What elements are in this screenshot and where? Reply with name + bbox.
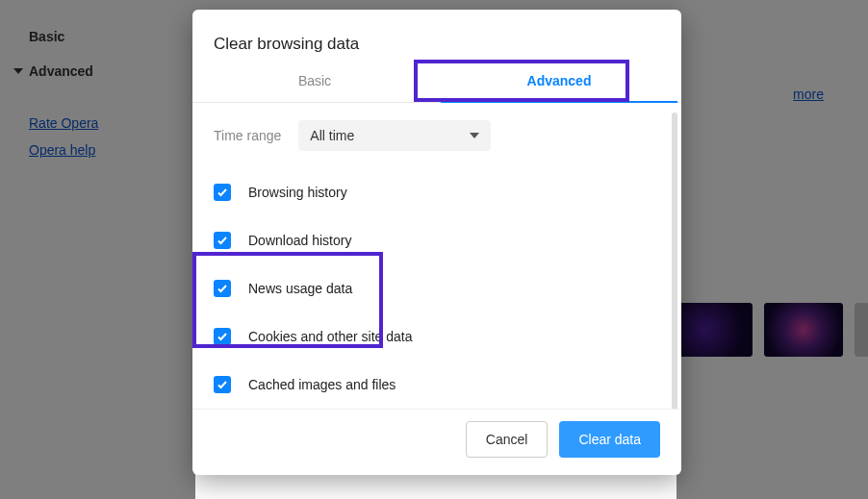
option-browsing-history[interactable]: Browsing history [214, 168, 660, 216]
checkbox[interactable] [214, 376, 231, 393]
checkbox[interactable] [214, 184, 231, 201]
time-range-select[interactable]: All time [298, 120, 491, 151]
option-download-history[interactable]: Download history [214, 216, 660, 264]
tab-basic[interactable]: Basic [192, 62, 437, 102]
option-label: Cached images and files [248, 377, 396, 392]
modal-footer: Cancel Clear data [192, 409, 681, 475]
time-range-value: All time [310, 128, 354, 143]
option-label: Cookies and other site data [248, 329, 412, 344]
checkbox[interactable] [214, 280, 231, 297]
clear-browsing-data-dialog: Clear browsing data Basic Advanced Time … [192, 10, 681, 475]
option-news-usage[interactable]: News usage data [214, 264, 660, 312]
checkbox[interactable] [214, 328, 231, 345]
modal-tabs: Basic Advanced [192, 62, 681, 103]
cancel-button[interactable]: Cancel [466, 421, 549, 458]
modal-title: Clear browsing data [192, 10, 681, 62]
chevron-down-icon [470, 133, 479, 138]
scrollbar[interactable] [672, 112, 677, 409]
option-label: News usage data [248, 281, 352, 296]
tab-advanced[interactable]: Advanced [437, 62, 681, 102]
option-cached[interactable]: Cached images and files [214, 361, 660, 409]
option-label: Browsing history [248, 185, 347, 200]
option-cookies[interactable]: Cookies and other site data [214, 312, 660, 361]
option-label: Download history [248, 233, 351, 248]
checkbox[interactable] [214, 232, 231, 249]
time-range-label: Time range [214, 128, 281, 143]
time-range-row: Time range All time [214, 120, 660, 151]
clear-data-button[interactable]: Clear data [559, 421, 660, 458]
